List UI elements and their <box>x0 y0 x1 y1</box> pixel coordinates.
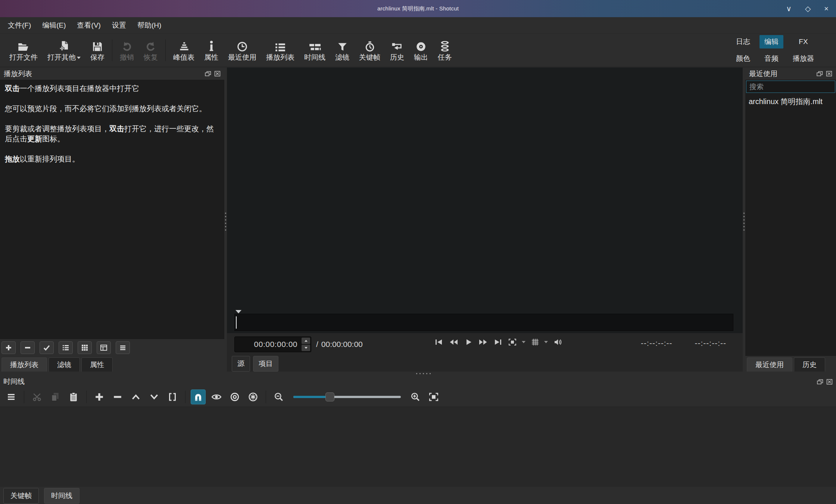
player-panel: 00:00:00:00 / 00:00:00:00 <box>227 68 743 372</box>
open-other-button[interactable]: 打开其他 <box>43 37 85 63</box>
paste-button[interactable] <box>66 389 81 404</box>
video-preview <box>227 68 743 333</box>
timeline-tracks-area[interactable] <box>0 407 836 487</box>
layout-color-button[interactable]: 颜色 <box>731 52 755 65</box>
close-panel-icon[interactable] <box>826 71 832 76</box>
layout-logging-button[interactable]: 日志 <box>731 35 755 48</box>
view-tiles-icon[interactable] <box>97 341 111 354</box>
recent-list-item[interactable]: archlinux 简明指南.mlt <box>745 95 836 109</box>
close-panel-icon[interactable] <box>826 379 833 385</box>
right-splitter-handle[interactable] <box>743 68 745 372</box>
timeline-zoom-fit-button[interactable] <box>426 389 441 404</box>
playlist-append-button[interactable] <box>1 341 16 354</box>
tab-recent[interactable]: 最近使用 <box>747 357 792 372</box>
filters-button[interactable]: 滤镜 <box>330 37 354 63</box>
layout-editing-button[interactable]: 编辑 <box>759 35 783 48</box>
properties-label: 属性 <box>204 53 218 61</box>
tab-timeline[interactable]: 时间线 <box>44 488 79 504</box>
layout-audio-button[interactable]: 音频 <box>759 52 783 65</box>
tab-filters[interactable]: 滤镜 <box>49 357 80 372</box>
menu-help[interactable]: 帮助(H) <box>132 17 167 34</box>
export-button[interactable]: 输出 <box>409 37 433 63</box>
tab-history[interactable]: 历史 <box>794 357 825 372</box>
zoom-fit-button[interactable] <box>507 338 518 347</box>
timeline-zoom-in-button[interactable] <box>408 389 423 404</box>
menu-settings[interactable]: 设置 <box>106 17 132 34</box>
undo-label: 撤销 <box>120 53 134 61</box>
playlist-remove-button[interactable] <box>21 341 35 354</box>
recent-search-input[interactable] <box>746 81 835 93</box>
zoom-fit-dropdown-icon[interactable] <box>520 340 527 344</box>
lift-button[interactable] <box>128 389 143 404</box>
tab-project[interactable]: 项目 <box>253 356 278 372</box>
view-icons-icon[interactable] <box>78 341 92 354</box>
tab-keyframes[interactable]: 关键帧 <box>3 488 39 504</box>
float-panel-icon[interactable] <box>817 71 823 76</box>
player-scrubber[interactable] <box>234 314 733 331</box>
jobs-label: 任务 <box>438 53 452 61</box>
menu-view[interactable]: 查看(V) <box>72 17 106 34</box>
save-button[interactable]: 保存 <box>85 37 109 63</box>
view-details-icon[interactable] <box>59 341 73 354</box>
float-panel-icon[interactable] <box>205 71 211 76</box>
menubar: 文件(F) 编辑(E) 查看(V) 设置 帮助(H) <box>0 17 836 34</box>
spin-down-button[interactable] <box>302 345 310 351</box>
playhead-marker-icon[interactable] <box>235 310 241 313</box>
grid-dropdown-icon[interactable] <box>543 340 549 344</box>
ripple-all-tracks-button[interactable] <box>246 389 261 404</box>
menu-edit[interactable]: 编辑(E) <box>37 17 71 34</box>
skip-to-start-button[interactable] <box>433 338 445 346</box>
playlist-button[interactable]: 播放列表 <box>261 37 299 63</box>
overwrite-button[interactable] <box>147 389 162 404</box>
properties-button[interactable]: 属性 <box>199 37 223 63</box>
fast-forward-button[interactable] <box>477 338 489 346</box>
tab-source[interactable]: 源 <box>232 356 250 372</box>
open-file-button[interactable]: 打开文件 <box>4 37 43 63</box>
volume-button[interactable] <box>552 338 564 347</box>
recent-button[interactable]: 最近使用 <box>223 37 261 63</box>
timeline-button[interactable]: 时间线 <box>299 37 330 63</box>
ripple-delete-button[interactable] <box>110 389 125 404</box>
playlist-icon <box>275 39 286 52</box>
left-splitter-handle[interactable] <box>224 68 227 372</box>
skip-to-end-button[interactable] <box>492 338 504 346</box>
tab-playlist[interactable]: 播放列表 <box>1 357 47 372</box>
open-other-label: 打开其他 <box>47 53 76 61</box>
play-button[interactable] <box>463 338 474 346</box>
close-panel-icon[interactable] <box>214 71 221 76</box>
ripple-button[interactable] <box>227 389 242 404</box>
timeline-zoom-out-button[interactable] <box>271 389 286 404</box>
layout-player-button[interactable]: 播放器 <box>788 52 819 65</box>
minimize-button[interactable]: ∨ <box>786 5 792 12</box>
timeline-zoom-slider[interactable] <box>293 392 401 401</box>
playlist-update-button[interactable] <box>40 341 54 354</box>
toolbar-separator <box>24 391 24 403</box>
timeline-menu-button[interactable] <box>4 389 19 404</box>
zoom-slider-handle[interactable] <box>325 392 334 401</box>
jobs-button[interactable]: 任务 <box>433 37 457 63</box>
maximize-button[interactable]: ◇ <box>805 5 811 12</box>
tab-properties[interactable]: 属性 <box>81 357 113 372</box>
snap-toggle-button[interactable] <box>191 389 206 404</box>
timeline-icon <box>309 39 321 52</box>
split-button[interactable] <box>165 389 180 404</box>
keyframes-icon <box>365 39 375 52</box>
keyframes-button[interactable]: 关键帧 <box>354 37 385 63</box>
append-button[interactable] <box>92 389 107 404</box>
playlist-menu-button[interactable] <box>116 341 130 354</box>
playhead-line <box>236 316 237 329</box>
history-button[interactable]: 历史 <box>385 37 409 63</box>
peak-meter-button[interactable]: 峰值表 <box>168 37 199 63</box>
current-position-value[interactable]: 00:00:00:00 <box>235 337 301 352</box>
horizontal-splitter-handle[interactable] <box>0 372 836 376</box>
close-button[interactable]: × <box>824 5 829 12</box>
spin-up-button[interactable] <box>302 338 310 344</box>
float-panel-icon[interactable] <box>817 379 823 385</box>
rewind-button[interactable] <box>448 338 460 346</box>
layout-fx-button[interactable]: FX <box>794 36 812 48</box>
scrub-while-dragging-button[interactable] <box>209 389 224 404</box>
current-position-spinbox[interactable]: 00:00:00:00 <box>234 336 311 352</box>
menu-file[interactable]: 文件(F) <box>2 17 37 34</box>
grid-button[interactable] <box>530 338 540 347</box>
playlist-panel: 播放列表 双击一个播放列表项目在播放器中打开它 您可以预览片段，而不必将它们添加… <box>0 68 224 372</box>
